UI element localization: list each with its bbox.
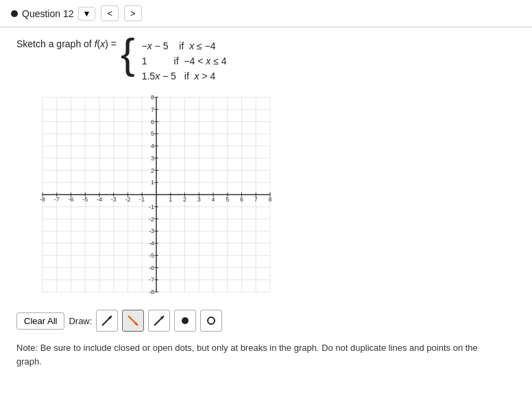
draw-label: Draw:: [69, 316, 92, 326]
piece-1: −x − 5 if x ≤ −4: [142, 38, 227, 53]
piece-1-expr: −x − 5: [142, 40, 169, 51]
piece-3-cond: if x > 4: [182, 71, 215, 82]
brace-symbol: {: [121, 36, 135, 72]
problem-text: Sketch a graph of f(x) = { −x − 5 if x ≤…: [16, 38, 516, 84]
question-label: Question 12: [22, 8, 74, 19]
closed-dot-icon: [178, 314, 192, 328]
note-text: Note: Be sure to include closed or open …: [16, 341, 496, 368]
svg-point-7: [208, 317, 215, 324]
graph-wrap[interactable]: [23, 92, 277, 304]
main-content: Sketch a graph of f(x) = { −x − 5 if x ≤…: [0, 27, 532, 379]
piece-3: 1.5x − 5 if x > 4: [142, 69, 227, 84]
top-bar: Question 12 ▼ < >: [0, 0, 532, 27]
toolbar: Clear All Draw:: [16, 310, 222, 332]
piece-1-cond: if x ≤ −4: [174, 40, 216, 51]
piece-2-expr: 1: [142, 56, 147, 66]
piece-3-expr: 1.5x − 5: [142, 71, 176, 82]
tool-open-dot[interactable]: [200, 310, 222, 332]
tool-closed-dot[interactable]: [174, 310, 196, 332]
svg-point-6: [182, 317, 189, 324]
tool-line-down-red[interactable]: [122, 310, 144, 332]
line-diagonal-icon: [152, 314, 166, 328]
tool-line-up[interactable]: [96, 310, 118, 332]
piece-2: 1 if −4 < x ≤ 4: [142, 53, 227, 69]
graph-container: Clear All Draw:: [16, 92, 516, 332]
line-up-icon: [100, 314, 114, 328]
piecewise-definition: −x − 5 if x ≤ −4 1 if −4 < x ≤ 4 1.5x − …: [142, 38, 227, 84]
problem-prefix: Sketch a graph of f(x) =: [16, 38, 117, 49]
question-selector: Question 12 ▼: [11, 7, 95, 21]
open-dot-icon: [204, 314, 218, 328]
question-dropdown[interactable]: ▼: [78, 7, 96, 21]
graph-canvas[interactable]: [23, 92, 277, 304]
prev-button[interactable]: <: [101, 5, 119, 21]
piece-2-cond: if −4 < x ≤ 4: [152, 56, 226, 66]
tool-line-diagonal[interactable]: [148, 310, 170, 332]
clear-all-button[interactable]: Clear All: [16, 312, 64, 330]
next-button[interactable]: >: [124, 5, 142, 21]
status-dot: [11, 10, 18, 17]
line-down-red-icon: [126, 314, 140, 328]
